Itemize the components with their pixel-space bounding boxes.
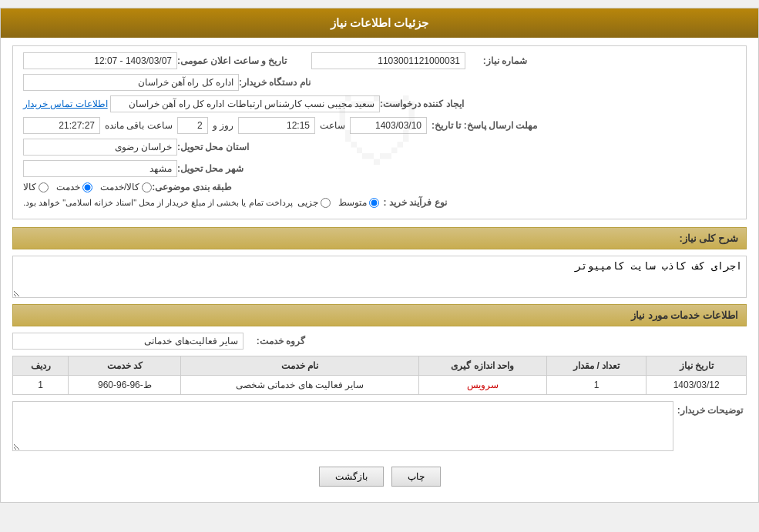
purchase-moutaset-label: متوسط <box>338 197 367 208</box>
need-number-row: شماره نیاز: 1103001121000031 تاریخ و ساع… <box>23 52 736 69</box>
deadline-days-label: روز و <box>213 120 233 131</box>
category-kala-radio[interactable] <box>39 182 49 192</box>
creator-row: ایجاد کننده درخواست: سعید مجیبی نسب کارش… <box>23 95 736 112</box>
purchase-type-moutaset[interactable]: متوسط <box>338 197 379 208</box>
category-kala-khadamat[interactable]: کالا/خدمت <box>100 182 152 192</box>
deadline-time-label: ساعت <box>320 120 345 131</box>
purchase-type-row: نوع فرآیند خرید : متوسط جزیی پرداخت تمام… <box>23 197 736 208</box>
deadline-label: مهلت ارسال پاسخ: تا تاریخ: <box>432 120 537 131</box>
col-quantity: تعداد / مقدار <box>546 356 646 376</box>
deadline-row: مهلت ارسال پاسخ: تا تاریخ: 1403/03/10 سا… <box>23 117 736 134</box>
back-button[interactable]: بازگشت <box>319 467 384 487</box>
cell-service-name: سایر فعالیت های خدماتی شخصی <box>181 376 418 395</box>
contact-link[interactable]: اطلاعات تماس خریدار <box>23 99 108 109</box>
cell-date: 1403/03/12 <box>646 376 747 395</box>
page-title: جزئیات اطلاعات نیاز <box>331 16 428 29</box>
buyer-notes-label: توضیحات خریدار: <box>673 401 743 416</box>
service-group-value: سایر فعالیت‌های خدماتی <box>12 333 243 350</box>
col-service-code: کد خدمت <box>69 356 181 376</box>
purchase-type-label: نوع فرآیند خرید : <box>384 197 447 208</box>
col-row-num: ردیف <box>13 356 69 376</box>
service-group-label: گروه خدمت: <box>243 336 305 346</box>
category-kala-khadamat-radio[interactable] <box>142 182 152 192</box>
purchase-moutaset-radio[interactable] <box>369 198 379 208</box>
deadline-remaining-label: ساعت باقی مانده <box>105 120 173 131</box>
page-container: جزئیات اطلاعات نیاز 🛡 شماره نیاز: 110300… <box>0 8 759 503</box>
creator-label: ایجاد کننده درخواست: <box>380 99 464 109</box>
deadline-date: 1403/03/10 <box>350 117 427 134</box>
description-textarea[interactable]: اجرای کف کاذب سایت کامپیوتر <box>12 256 747 298</box>
table-row: 1403/03/12 1 سرویس سایر فعالیت های خدمات… <box>13 376 747 395</box>
city-row: شهر محل تحویل: مشهد <box>23 160 736 177</box>
description-header: شرح کلی نیاز: <box>12 227 747 249</box>
buyer-org-row: نام دستگاه خریدار: اداره کل راه آهن خراس… <box>23 74 736 91</box>
description-row: اجرای کف کاذب سایت کامپیوتر <box>12 256 747 298</box>
category-khadamat[interactable]: خدمت <box>56 182 92 192</box>
buyer-notes-textarea[interactable] <box>12 401 673 451</box>
category-label: طبقه بندی موضوعی: <box>152 182 232 192</box>
buyer-org-label: نام دستگاه خریدار: <box>239 77 311 88</box>
purchase-type-jozyi[interactable]: جزیی <box>297 197 331 208</box>
purchase-jozyi-radio[interactable] <box>321 198 331 208</box>
creator-value: سعید مجیبی نسب کارشناس ارتباطات اداره کل… <box>110 95 380 112</box>
category-kala-label: کالا <box>23 182 36 192</box>
cell-unit: سرویس <box>418 376 546 395</box>
category-kala-khadamat-label: کالا/خدمت <box>100 182 139 192</box>
category-kala[interactable]: کالا <box>23 182 49 192</box>
announcement-label: تاریخ و ساعت اعلان عمومی: <box>177 55 287 66</box>
services-header-label: اطلاعات خدمات مورد نیاز <box>631 309 738 321</box>
col-service-name: نام خدمت <box>181 356 418 376</box>
deadline-remaining: 21:27:27 <box>23 117 100 134</box>
deadline-days: 2 <box>177 117 208 134</box>
purchase-jozyi-label: جزیی <box>297 197 318 208</box>
col-unit: واحد اندازه گیری <box>418 356 546 376</box>
category-row: طبقه بندی موضوعی: کالا/خدمت خدمت کالا <box>23 182 736 192</box>
services-header: اطلاعات خدمات مورد نیاز <box>12 304 747 326</box>
services-table: تاریخ نیاز تعداد / مقدار واحد اندازه گیر… <box>12 356 747 395</box>
category-khadamat-label: خدمت <box>56 182 80 192</box>
announcement-value: 1403/03/07 - 12:07 <box>23 52 177 69</box>
province-row: استان محل تحویل: خراسان رضوی <box>23 139 736 156</box>
buyer-notes-section: توضیحات خریدار: <box>12 401 747 451</box>
purchase-type-note: پرداخت تمام یا بخشی از مبلغ خریدار از مح… <box>23 198 293 208</box>
category-radio-group: کالا/خدمت خدمت کالا <box>23 182 152 192</box>
buyer-org-value: اداره کل راه آهن خراسان <box>23 74 239 91</box>
description-section: شرح کلی نیاز: اجرای کف کاذب سایت کامپیوت… <box>12 227 747 298</box>
deadline-time: 12:15 <box>238 117 315 134</box>
category-khadamat-radio[interactable] <box>82 182 92 192</box>
inner-form: شماره نیاز: 1103001121000031 تاریخ و ساع… <box>19 52 740 208</box>
need-number-value: 1103001121000031 <box>311 52 465 69</box>
cell-service-code: ط-96-96-960 <box>69 376 181 395</box>
city-value: مشهد <box>23 160 177 177</box>
cell-quantity: 1 <box>546 376 646 395</box>
need-number-label: شماره نیاز: <box>465 55 527 66</box>
city-label: شهر محل تحویل: <box>177 163 243 174</box>
purchase-type-radio-group: متوسط جزیی <box>297 197 379 208</box>
province-value: خراسان رضوی <box>23 139 177 156</box>
description-header-label: شرح کلی نیاز: <box>679 233 738 244</box>
button-container: چاپ بازگشت <box>12 459 747 494</box>
main-content: 🛡 شماره نیاز: 1103001121000031 تاریخ و س… <box>1 38 758 502</box>
cell-row-num: 1 <box>13 376 69 395</box>
main-form-section: 🛡 شماره نیاز: 1103001121000031 تاریخ و س… <box>12 45 747 219</box>
page-header: جزئیات اطلاعات نیاز <box>1 8 758 38</box>
service-group-row: گروه خدمت: سایر فعالیت‌های خدماتی <box>12 333 747 350</box>
col-date: تاریخ نیاز <box>646 356 747 376</box>
province-label: استان محل تحویل: <box>177 142 249 152</box>
print-button[interactable]: چاپ <box>391 467 441 487</box>
services-section: اطلاعات خدمات مورد نیاز گروه خدمت: سایر … <box>12 304 747 395</box>
